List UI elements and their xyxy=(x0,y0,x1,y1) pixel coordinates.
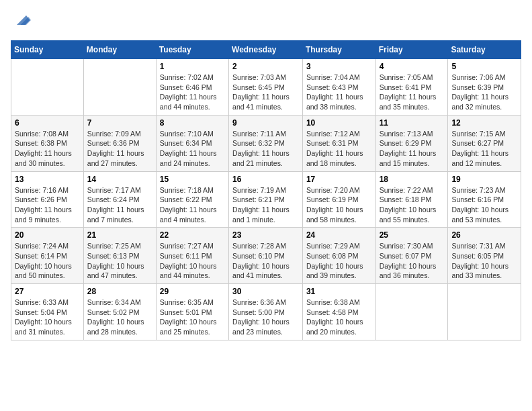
day-info: Sunrise: 7:30 AM Sunset: 6:07 PM Dayligh… xyxy=(380,241,445,281)
calendar-cell: 3Sunrise: 7:04 AM Sunset: 6:43 PM Daylig… xyxy=(302,59,375,116)
day-info: Sunrise: 7:22 AM Sunset: 6:18 PM Dayligh… xyxy=(380,185,445,225)
day-number: 7 xyxy=(87,118,152,128)
calendar-cell: 30Sunrise: 6:36 AM Sunset: 5:00 PM Dayli… xyxy=(229,284,303,340)
weekday-header-friday: Friday xyxy=(375,41,448,59)
weekday-header-row: SundayMondayTuesdayWednesdayThursdayFrid… xyxy=(11,41,521,59)
page-header xyxy=(11,11,521,32)
weekday-header-wednesday: Wednesday xyxy=(229,41,303,59)
calendar-cell: 17Sunrise: 7:20 AM Sunset: 6:19 PM Dayli… xyxy=(302,171,375,228)
week-row-2: 6Sunrise: 7:08 AM Sunset: 6:38 PM Daylig… xyxy=(11,115,521,171)
day-info: Sunrise: 7:29 AM Sunset: 6:08 PM Dayligh… xyxy=(306,241,372,281)
calendar-cell: 24Sunrise: 7:29 AM Sunset: 6:08 PM Dayli… xyxy=(302,228,375,284)
calendar-cell: 14Sunrise: 7:17 AM Sunset: 6:24 PM Dayli… xyxy=(83,171,156,228)
day-number: 4 xyxy=(380,62,445,71)
calendar-cell: 10Sunrise: 7:12 AM Sunset: 6:31 PM Dayli… xyxy=(302,115,375,171)
day-number: 22 xyxy=(160,230,225,240)
calendar-cell xyxy=(448,284,521,340)
day-info: Sunrise: 7:20 AM Sunset: 6:19 PM Dayligh… xyxy=(306,185,372,225)
calendar-cell: 1Sunrise: 7:02 AM Sunset: 6:46 PM Daylig… xyxy=(156,59,228,116)
day-number: 3 xyxy=(306,62,372,71)
day-info: Sunrise: 7:10 AM Sunset: 6:34 PM Dayligh… xyxy=(160,129,225,169)
week-row-1: 1Sunrise: 7:02 AM Sunset: 6:46 PM Daylig… xyxy=(11,59,521,116)
calendar-cell: 19Sunrise: 7:23 AM Sunset: 6:16 PM Dayli… xyxy=(448,171,521,228)
day-number: 28 xyxy=(87,287,152,296)
day-info: Sunrise: 7:17 AM Sunset: 6:24 PM Dayligh… xyxy=(87,185,152,225)
day-info: Sunrise: 7:08 AM Sunset: 6:38 PM Dayligh… xyxy=(15,129,80,169)
day-info: Sunrise: 7:24 AM Sunset: 6:14 PM Dayligh… xyxy=(15,241,80,281)
day-number: 17 xyxy=(306,175,372,184)
day-info: Sunrise: 7:31 AM Sunset: 6:05 PM Dayligh… xyxy=(451,241,517,281)
day-number: 25 xyxy=(380,230,445,240)
weekday-header-thursday: Thursday xyxy=(302,41,375,59)
calendar-cell: 18Sunrise: 7:22 AM Sunset: 6:18 PM Dayli… xyxy=(375,171,448,228)
calendar-cell: 5Sunrise: 7:06 AM Sunset: 6:39 PM Daylig… xyxy=(448,59,521,116)
calendar-table: SundayMondayTuesdayWednesdayThursdayFrid… xyxy=(11,40,521,340)
logo-icon xyxy=(12,11,31,30)
calendar-cell xyxy=(375,284,448,340)
calendar-cell: 28Sunrise: 6:34 AM Sunset: 5:02 PM Dayli… xyxy=(83,284,156,340)
day-info: Sunrise: 7:09 AM Sunset: 6:36 PM Dayligh… xyxy=(87,129,152,169)
day-info: Sunrise: 7:18 AM Sunset: 6:22 PM Dayligh… xyxy=(160,185,225,225)
calendar-cell: 25Sunrise: 7:30 AM Sunset: 6:07 PM Dayli… xyxy=(375,228,448,284)
calendar-cell: 20Sunrise: 7:24 AM Sunset: 6:14 PM Dayli… xyxy=(11,228,84,284)
day-info: Sunrise: 6:34 AM Sunset: 5:02 PM Dayligh… xyxy=(87,298,152,337)
day-info: Sunrise: 7:12 AM Sunset: 6:31 PM Dayligh… xyxy=(306,129,372,169)
day-number: 12 xyxy=(451,118,517,128)
calendar-cell xyxy=(83,59,156,116)
calendar-cell: 6Sunrise: 7:08 AM Sunset: 6:38 PM Daylig… xyxy=(11,115,84,171)
day-number: 16 xyxy=(232,175,299,184)
day-number: 14 xyxy=(87,175,152,184)
day-info: Sunrise: 7:13 AM Sunset: 6:29 PM Dayligh… xyxy=(380,129,445,169)
day-info: Sunrise: 7:11 AM Sunset: 6:32 PM Dayligh… xyxy=(232,129,299,169)
day-number: 30 xyxy=(232,287,299,296)
calendar-cell: 22Sunrise: 7:27 AM Sunset: 6:11 PM Dayli… xyxy=(156,228,228,284)
day-number: 31 xyxy=(306,287,372,296)
weekday-header-saturday: Saturday xyxy=(448,41,521,59)
day-info: Sunrise: 7:05 AM Sunset: 6:41 PM Dayligh… xyxy=(380,73,445,112)
day-info: Sunrise: 6:33 AM Sunset: 5:04 PM Dayligh… xyxy=(15,298,80,337)
day-info: Sunrise: 6:38 AM Sunset: 4:58 PM Dayligh… xyxy=(306,298,372,337)
calendar-cell: 15Sunrise: 7:18 AM Sunset: 6:22 PM Dayli… xyxy=(156,171,228,228)
calendar-cell: 13Sunrise: 7:16 AM Sunset: 6:26 PM Dayli… xyxy=(11,171,84,228)
day-number: 19 xyxy=(451,175,517,184)
calendar-cell: 23Sunrise: 7:28 AM Sunset: 6:10 PM Dayli… xyxy=(229,228,303,284)
day-info: Sunrise: 7:04 AM Sunset: 6:43 PM Dayligh… xyxy=(306,73,372,112)
calendar-cell: 12Sunrise: 7:15 AM Sunset: 6:27 PM Dayli… xyxy=(448,115,521,171)
day-number: 26 xyxy=(451,230,517,240)
day-number: 8 xyxy=(160,118,225,128)
day-number: 9 xyxy=(232,118,299,128)
day-number: 29 xyxy=(160,287,225,296)
day-number: 24 xyxy=(306,230,372,240)
logo xyxy=(11,11,31,32)
calendar-cell: 7Sunrise: 7:09 AM Sunset: 6:36 PM Daylig… xyxy=(83,115,156,171)
day-info: Sunrise: 6:36 AM Sunset: 5:00 PM Dayligh… xyxy=(232,298,299,337)
calendar-cell: 8Sunrise: 7:10 AM Sunset: 6:34 PM Daylig… xyxy=(156,115,228,171)
weekday-header-sunday: Sunday xyxy=(11,41,84,59)
day-number: 15 xyxy=(160,175,225,184)
calendar-cell: 16Sunrise: 7:19 AM Sunset: 6:21 PM Dayli… xyxy=(229,171,303,228)
calendar-cell: 2Sunrise: 7:03 AM Sunset: 6:45 PM Daylig… xyxy=(229,59,303,116)
day-number: 23 xyxy=(232,230,299,240)
day-info: Sunrise: 7:15 AM Sunset: 6:27 PM Dayligh… xyxy=(451,129,517,169)
day-info: Sunrise: 7:27 AM Sunset: 6:11 PM Dayligh… xyxy=(160,241,225,281)
calendar-cell: 9Sunrise: 7:11 AM Sunset: 6:32 PM Daylig… xyxy=(229,115,303,171)
week-row-4: 20Sunrise: 7:24 AM Sunset: 6:14 PM Dayli… xyxy=(11,228,521,284)
day-number: 5 xyxy=(451,62,517,71)
day-number: 11 xyxy=(380,118,445,128)
day-number: 6 xyxy=(15,118,80,128)
day-info: Sunrise: 7:25 AM Sunset: 6:13 PM Dayligh… xyxy=(87,241,152,281)
calendar-cell: 31Sunrise: 6:38 AM Sunset: 4:58 PM Dayli… xyxy=(302,284,375,340)
week-row-5: 27Sunrise: 6:33 AM Sunset: 5:04 PM Dayli… xyxy=(11,284,521,340)
day-number: 2 xyxy=(232,62,299,71)
day-number: 10 xyxy=(306,118,372,128)
calendar-cell: 11Sunrise: 7:13 AM Sunset: 6:29 PM Dayli… xyxy=(375,115,448,171)
calendar-cell: 29Sunrise: 6:35 AM Sunset: 5:01 PM Dayli… xyxy=(156,284,228,340)
day-number: 1 xyxy=(160,62,225,71)
weekday-header-monday: Monday xyxy=(83,41,156,59)
day-info: Sunrise: 7:23 AM Sunset: 6:16 PM Dayligh… xyxy=(451,185,517,225)
calendar-cell: 21Sunrise: 7:25 AM Sunset: 6:13 PM Dayli… xyxy=(83,228,156,284)
day-number: 27 xyxy=(15,287,80,296)
day-info: Sunrise: 6:35 AM Sunset: 5:01 PM Dayligh… xyxy=(160,298,225,337)
day-number: 13 xyxy=(15,175,80,184)
day-info: Sunrise: 7:06 AM Sunset: 6:39 PM Dayligh… xyxy=(451,73,517,112)
